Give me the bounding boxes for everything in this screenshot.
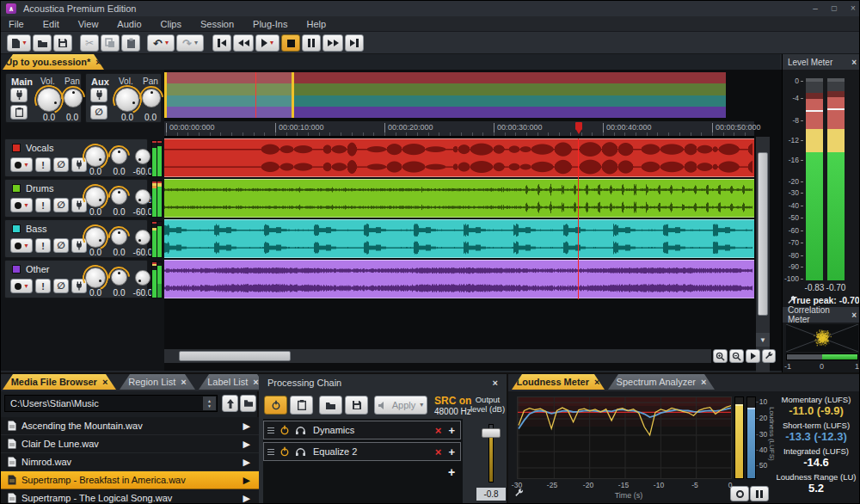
track-name[interactable]: Other xyxy=(26,264,50,274)
headphones-icon[interactable] xyxy=(295,426,306,435)
record-arm-button[interactable]: ▾ xyxy=(10,157,33,172)
volume-knob[interactable] xyxy=(85,146,106,167)
timeline-settings-button[interactable] xyxy=(762,349,776,363)
track-name[interactable]: Drums xyxy=(26,183,53,194)
pan-knob[interactable] xyxy=(111,229,127,245)
folder-up-button[interactable] xyxy=(222,395,238,412)
path-input[interactable]: C:\Users\Stian\Music ▲▼ xyxy=(4,395,218,412)
output-level-slider-thumb[interactable] xyxy=(482,428,501,438)
vertical-scroll-thumb[interactable] xyxy=(758,152,768,316)
main-volume-knob[interactable] xyxy=(37,88,61,112)
chain-save-button[interactable] xyxy=(345,396,368,415)
menu-help[interactable]: Help xyxy=(306,19,326,29)
undo-button[interactable]: ↶ ▾ xyxy=(147,34,175,52)
send-knob[interactable] xyxy=(135,270,150,286)
pause-meter-button[interactable] xyxy=(750,486,769,501)
file-row[interactable]: Clair De Lune.wav ▶ xyxy=(1,435,259,453)
close-icon[interactable]: × xyxy=(851,58,857,67)
playhead-marker[interactable] xyxy=(575,122,582,130)
solo-button[interactable]: ! xyxy=(35,198,51,212)
redo-button[interactable]: ↷ ▾ xyxy=(176,34,204,52)
fast-forward-button[interactable] xyxy=(322,34,343,52)
solo-button[interactable]: ! xyxy=(35,238,51,253)
aux-mute-button[interactable]: ∅ xyxy=(90,105,108,120)
play-button[interactable]: ▾ xyxy=(255,34,280,52)
session-overview[interactable] xyxy=(164,72,726,118)
close-icon[interactable]: × xyxy=(701,377,706,387)
mute-button[interactable]: ∅ xyxy=(53,157,69,172)
aux-pan-knob[interactable] xyxy=(142,89,161,108)
menu-plugins[interactable]: Plug-Ins xyxy=(253,19,287,29)
maximize-button[interactable]: ▢ xyxy=(828,3,840,14)
track-name[interactable]: Bass xyxy=(26,224,46,234)
save-button[interactable] xyxy=(53,34,72,52)
menu-clips[interactable]: Clips xyxy=(161,19,181,29)
pan-knob[interactable] xyxy=(111,148,127,164)
aux-volume-knob[interactable] xyxy=(115,88,139,112)
preview-play-button[interactable]: ▶ xyxy=(243,439,250,450)
track-color-swatch[interactable] xyxy=(12,224,21,233)
aux-effects-button[interactable] xyxy=(90,88,108,102)
session-tab[interactable]: Up to you.session* × xyxy=(3,54,104,70)
close-icon[interactable]: × xyxy=(594,377,599,387)
power-icon[interactable] xyxy=(280,425,290,435)
chain-item-equalize[interactable]: Equalize 2 × + xyxy=(263,442,461,461)
close-icon[interactable]: × xyxy=(253,377,258,387)
pan-knob[interactable] xyxy=(111,269,127,286)
browse-folder-button[interactable] xyxy=(240,395,256,412)
add-plugin-button[interactable]: + xyxy=(448,465,455,479)
headphones-icon[interactable] xyxy=(295,447,306,457)
chain-open-button[interactable] xyxy=(319,396,342,415)
chain-item-dynamics[interactable]: Dynamics × + xyxy=(263,421,461,439)
track-name[interactable]: Vocals xyxy=(26,143,53,153)
minimize-button[interactable]: – xyxy=(809,3,821,14)
rewind-button[interactable] xyxy=(233,34,254,52)
copy-button[interactable] xyxy=(101,34,120,52)
tab-media-file-browser[interactable]: Media File Browser× xyxy=(3,374,116,390)
close-icon[interactable]: × xyxy=(102,377,108,387)
file-row[interactable]: Ascending the Mountain.wav ▶ xyxy=(1,417,259,435)
file-row-selected[interactable]: Supertramp - Breakfast in America.wav ▶ xyxy=(1,471,259,489)
send-knob[interactable] xyxy=(135,149,150,164)
volume-knob[interactable] xyxy=(85,187,106,207)
tab-spectrum-analyzer[interactable]: Spectrum Analyzer× xyxy=(608,374,715,390)
remove-icon[interactable]: × xyxy=(435,446,442,458)
chain-clipboard-button[interactable] xyxy=(290,396,313,415)
track-color-swatch[interactable] xyxy=(12,184,21,193)
mute-button[interactable]: ∅ xyxy=(53,238,69,253)
pan-knob[interactable] xyxy=(111,188,127,205)
apply-button[interactable]: Apply ▾ xyxy=(374,396,427,415)
file-row[interactable]: Supertramp - The Logical Song.wav ▶ xyxy=(1,489,259,504)
time-ruler[interactable]: 00:00:00:000 00:00:10:000 00:00:20:000 0… xyxy=(164,121,754,137)
close-icon[interactable]: × xyxy=(851,310,857,320)
tab-label-list[interactable]: Label List× xyxy=(199,374,267,390)
mute-button[interactable]: ∅ xyxy=(53,198,69,212)
horizontal-scroll-thumb[interactable] xyxy=(179,351,291,361)
track-row-drums[interactable]: Drums ▾ ! ∅ 0.0 0.0 -60.0 xyxy=(4,179,148,218)
preview-play-button[interactable]: ▶ xyxy=(243,475,250,486)
menu-view[interactable]: View xyxy=(78,19,99,29)
main-pan-knob[interactable] xyxy=(64,89,83,108)
open-button[interactable] xyxy=(33,34,52,52)
track-row-bass[interactable]: Bass ▾ ! ∅ 0.0 0.0 -60.0 xyxy=(4,219,148,258)
preview-play-button[interactable]: ▶ xyxy=(243,457,250,468)
send-knob[interactable] xyxy=(135,189,150,205)
chain-power-button[interactable] xyxy=(264,396,287,415)
send-knob[interactable] xyxy=(135,230,150,245)
reset-meter-button[interactable] xyxy=(730,486,749,501)
preview-play-button[interactable]: ▶ xyxy=(243,493,250,504)
main-clipboard-button[interactable] xyxy=(10,105,28,120)
mute-button[interactable]: ∅ xyxy=(53,279,69,293)
track-row-vocals[interactable]: Vocals ▾ ! ∅ 0.0 0.0 -60.0 xyxy=(4,138,148,177)
go-to-start-button[interactable] xyxy=(212,34,231,52)
record-arm-button[interactable]: ▾ xyxy=(10,198,33,212)
menu-audio[interactable]: Audio xyxy=(117,19,141,29)
close-icon[interactable]: × xyxy=(95,57,101,67)
solo-button[interactable]: ! xyxy=(35,157,51,172)
menu-session[interactable]: Session xyxy=(200,19,234,29)
remove-icon[interactable]: × xyxy=(435,424,442,437)
wrench-icon[interactable] xyxy=(513,488,525,499)
path-dropdown-spinner[interactable]: ▲▼ xyxy=(203,396,216,410)
solo-button[interactable]: ! xyxy=(35,279,51,293)
record-arm-button[interactable]: ▾ xyxy=(10,238,33,253)
